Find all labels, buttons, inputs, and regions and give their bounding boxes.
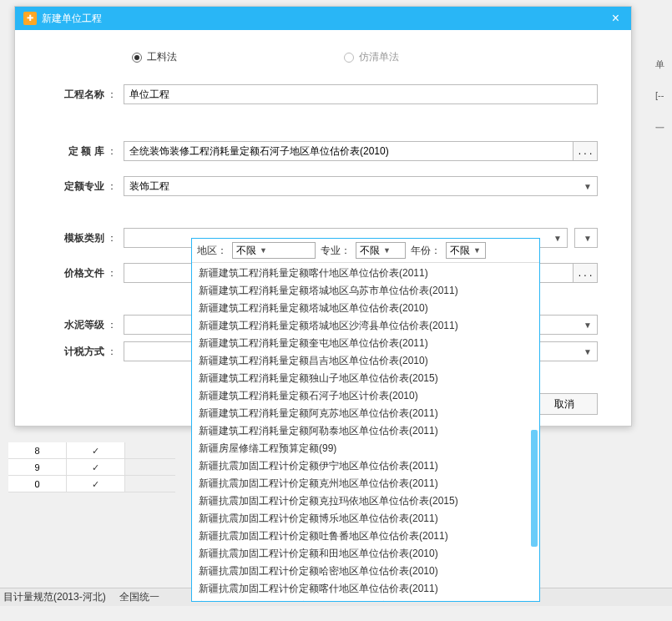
dropdown-item[interactable]: 新疆房屋修缮工程预算定额(99) — [192, 440, 539, 457]
browse-price-button[interactable]: . . . — [573, 263, 598, 283]
dropdown-item[interactable]: 新疆抗震加固工程计价定额喀什地区单位估价表(2011) — [192, 580, 539, 598]
label-price-file: 价格文件 ： — [48, 266, 124, 280]
row-check: ✓ — [67, 476, 125, 492]
scrollbar-thumb[interactable] — [531, 430, 538, 547]
radio-label: 仿清单法 — [359, 50, 399, 64]
dialog-header: ✚ 新建单位工程 × — [15, 7, 631, 30]
browse-lib-button[interactable]: . . . — [573, 141, 598, 161]
template-dropdown-panel: 地区： 不限 ▼ 专业： 不限 ▼ 年份： 不限 ▼ 新疆建筑工程消耗量定额喀什… — [191, 238, 540, 602]
dropdown-item[interactable]: 新疆建筑工程消耗量定额塔城地区乌苏市单位估价表(2011) — [192, 282, 539, 300]
dropdown-item[interactable]: 新疆抗震加固工程计价定额克州地区单位估价表(2011) — [192, 475, 539, 492]
chevron-down-icon: ▼ — [584, 182, 592, 191]
dropdown-filter-bar: 地区： 不限 ▼ 专业： 不限 ▼ 年份： 不限 ▼ — [192, 239, 539, 263]
row-num: 9 — [8, 459, 67, 475]
dropdown-item[interactable]: 新疆抗震加固工程计价定额吐鲁番地区单位估价表(2011) — [192, 528, 539, 545]
radio-icon — [344, 53, 354, 63]
chevron-down-icon: ▼ — [473, 243, 481, 258]
radio-label: 工料法 — [147, 50, 177, 64]
dropdown-item[interactable]: 新疆抗震加固工程计价定额博乐地区单位估价表(2011) — [192, 510, 539, 528]
dialog-title: 新建单位工程 — [42, 7, 102, 30]
project-name-input[interactable] — [124, 84, 598, 104]
label-tax: 计税方式 ： — [48, 345, 124, 359]
label-quota-spec: 定额专业 ： — [48, 179, 124, 194]
dropdown-item[interactable]: 新疆建筑工程消耗量定额石河子地区计价表(2010) — [192, 387, 539, 405]
cancel-button[interactable]: 取消 — [531, 393, 598, 415]
dropdown-item[interactable]: 新疆建筑工程消耗量定额昌吉地区单位估价表(2010) — [192, 352, 539, 370]
filter-year-select[interactable]: 不限 ▼ — [446, 242, 486, 259]
chevron-down-icon: ▼ — [383, 243, 391, 258]
close-icon[interactable]: × — [609, 7, 623, 30]
radio-method-1[interactable]: 工料法 — [132, 50, 177, 64]
label-project-name: 工程名称 ： — [48, 88, 124, 102]
label-cement: 水泥等级 ： — [48, 318, 124, 332]
dropdown-item[interactable]: 新疆抗震加固工程计价定额塔城地区乌苏市单位估价表(2011) — [192, 598, 539, 601]
background-table: 8 ✓ 9 ✓ 0 ✓ — [8, 442, 175, 492]
dropdown-item[interactable]: 新疆建筑工程消耗量定额阿勒泰地区单位估价表(2011) — [192, 422, 539, 440]
right-strip: 单 [-- 一 — [655, 58, 672, 137]
dropdown-item[interactable]: 新疆建筑工程消耗量定额奎屯地区单位估价表(2011) — [192, 335, 539, 352]
chevron-down-icon: ▼ — [584, 321, 592, 330]
dropdown-item[interactable]: 新疆抗震加固工程计价定额伊宁地区单位估价表(2011) — [192, 457, 539, 475]
dropdown-item[interactable]: 新疆建筑工程消耗量定额塔城地区沙湾县单位估价表(2011) — [192, 317, 539, 335]
radio-icon — [132, 53, 142, 63]
label-quota-lib: 定 额 库 ： — [48, 144, 124, 159]
row-num: 8 — [8, 442, 67, 458]
bg-tab[interactable]: 目计量规范(2013-河北) — [3, 590, 106, 604]
dropdown-item[interactable]: 新疆建筑工程消耗量定额喀什地区单位估价表(2011) — [192, 265, 539, 282]
dropdown-item[interactable]: 新疆建筑工程消耗量定额独山子地区单位估价表(2015) — [192, 370, 539, 387]
select-value: 不限 — [236, 243, 256, 258]
dropdown-item[interactable]: 新疆抗震加固工程计价定额哈密地区单位估价表(2010) — [192, 563, 539, 580]
label-template: 模板类别 ： — [48, 231, 124, 245]
quota-spec-select[interactable]: 装饰工程 ▼ — [124, 176, 598, 196]
chevron-down-icon: ▼ — [260, 243, 267, 258]
select-value: 不限 — [360, 243, 380, 258]
dropdown-item[interactable]: 新疆建筑工程消耗量定额塔城地区单位估价表(2010) — [192, 300, 539, 317]
filter-label-region: 地区： — [197, 244, 227, 258]
chevron-down-icon: ▼ — [584, 347, 592, 356]
filter-label-year: 年份： — [411, 244, 441, 258]
template-aux-select[interactable]: ▼ — [574, 228, 598, 248]
chevron-down-icon: ▼ — [584, 234, 592, 243]
quota-lib-input[interactable] — [124, 141, 573, 161]
row-num: 0 — [8, 476, 67, 492]
dropdown-list[interactable]: 新疆建筑工程消耗量定额喀什地区单位估价表(2011)新疆建筑工程消耗量定额塔城地… — [192, 263, 539, 601]
app-icon: ✚ — [23, 12, 37, 25]
dropdown-item[interactable]: 新疆建筑工程消耗量定额阿克苏地区单位估价表(2011) — [192, 405, 539, 422]
dropdown-item[interactable]: 新疆抗震加固工程计价定额克拉玛依地区单位估价表(2015) — [192, 492, 539, 510]
filter-spec-select[interactable]: 不限 ▼ — [356, 242, 406, 259]
radio-method-2[interactable]: 仿清单法 — [344, 50, 399, 64]
select-value: 装饰工程 — [129, 179, 169, 194]
row-check: ✓ — [67, 459, 125, 475]
row-check: ✓ — [67, 442, 125, 458]
select-value: 不限 — [450, 243, 470, 258]
chevron-down-icon: ▼ — [553, 234, 562, 243]
filter-region-select[interactable]: 不限 ▼ — [232, 242, 316, 259]
filter-label-spec: 专业： — [321, 244, 351, 258]
bg-tab[interactable]: 全国统一 — [119, 590, 159, 604]
dropdown-item[interactable]: 新疆抗震加固工程计价定额和田地区单位估价表(2010) — [192, 545, 539, 563]
